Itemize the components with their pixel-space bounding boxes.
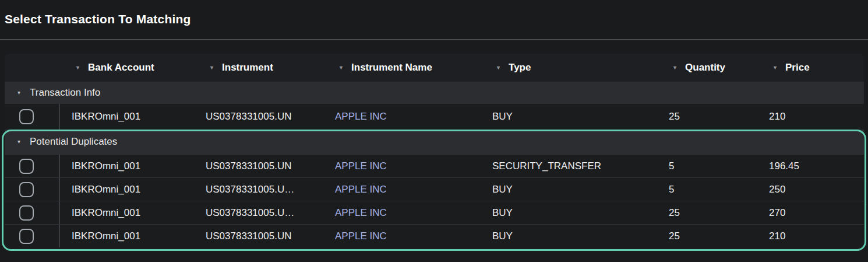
- sort-dropdown-icon[interactable]: ▾: [673, 64, 676, 71]
- sort-dropdown-icon[interactable]: ▾: [497, 64, 500, 71]
- checkbox-cell: [5, 155, 60, 177]
- cell-instrument: US0378331005.UN: [194, 225, 323, 247]
- checkbox-column-header: [5, 54, 60, 82]
- column-header-price[interactable]: ▾ Price: [757, 54, 864, 82]
- row-checkbox[interactable]: [19, 229, 34, 244]
- table-row: IBKROmni_001 US0378331005.U… APPLE INC B…: [5, 201, 864, 224]
- row-checkbox[interactable]: [19, 182, 34, 197]
- cell-instrument-name[interactable]: APPLE INC: [323, 178, 481, 201]
- cell-instrument-name[interactable]: APPLE INC: [323, 201, 481, 224]
- table-header-row: ▾ Bank Account ▾ Instrument ▾ Instrument…: [5, 54, 864, 82]
- cell-type: BUY: [481, 225, 657, 247]
- cell-price: 210: [757, 104, 864, 130]
- column-header-bank-account[interactable]: ▾ Bank Account: [60, 54, 194, 82]
- group-header-transaction-info[interactable]: ▾ Transaction Info: [5, 82, 864, 104]
- cell-quantity: 5: [657, 178, 757, 201]
- cell-price: 270: [757, 201, 864, 224]
- sort-dropdown-icon[interactable]: ▾: [210, 64, 213, 71]
- checkbox-cell: [5, 104, 60, 130]
- cell-bank-account: IBKROmni_001: [60, 104, 194, 130]
- transaction-matching-table: ▾ Bank Account ▾ Instrument ▾ Instrument…: [5, 54, 864, 252]
- cell-bank-account: IBKROmni_001: [60, 155, 194, 177]
- cell-instrument: US0378331005.UN: [194, 155, 323, 177]
- group-header-potential-duplicates[interactable]: ▾ Potential Duplicates: [5, 130, 864, 154]
- column-label: Bank Account: [88, 62, 154, 74]
- cell-instrument: US0378331005.U…: [194, 178, 323, 201]
- cell-price: 196.45: [757, 155, 864, 177]
- collapse-icon[interactable]: ▾: [17, 138, 20, 145]
- cell-type: SECURITY_TRANSFER: [481, 155, 657, 177]
- table-row: IBKROmni_001 US0378331005.UN APPLE INC B…: [5, 104, 864, 130]
- cell-quantity: 25: [657, 201, 757, 224]
- column-header-type[interactable]: ▾ Type: [481, 54, 657, 82]
- table-row: IBKROmni_001 US0378331005.UN APPLE INC B…: [5, 224, 864, 247]
- cell-instrument: US0378331005.UN: [194, 104, 323, 130]
- row-checkbox[interactable]: [19, 205, 34, 221]
- cell-instrument: US0378331005.U…: [194, 201, 323, 224]
- column-label: Quantity: [685, 62, 725, 74]
- cell-price: 210: [757, 225, 864, 247]
- column-header-instrument[interactable]: ▾ Instrument: [194, 54, 323, 82]
- cell-type: BUY: [481, 178, 657, 201]
- column-label: Instrument: [222, 62, 273, 74]
- table-row: IBKROmni_001 US0378331005.UN APPLE INC S…: [5, 154, 864, 177]
- sort-dropdown-icon[interactable]: ▾: [76, 64, 79, 71]
- group-label: Potential Duplicates: [30, 136, 117, 148]
- page-title: Select Transaction To Matching: [5, 12, 863, 26]
- cell-quantity: 25: [657, 104, 757, 130]
- column-label: Instrument Name: [351, 62, 432, 74]
- cell-bank-account: IBKROmni_001: [60, 178, 194, 201]
- checkbox-cell: [5, 178, 60, 201]
- column-label: Type: [509, 62, 531, 74]
- cell-instrument-name[interactable]: APPLE INC: [323, 225, 481, 247]
- cell-quantity: 5: [657, 155, 757, 177]
- row-checkbox[interactable]: [19, 109, 34, 124]
- column-header-instrument-name[interactable]: ▾ Instrument Name: [323, 54, 481, 82]
- cell-bank-account: IBKROmni_001: [60, 225, 194, 247]
- row-checkbox[interactable]: [19, 159, 34, 174]
- checkbox-cell: [5, 201, 60, 224]
- table-row: IBKROmni_001 US0378331005.U… APPLE INC B…: [5, 177, 864, 201]
- collapse-icon[interactable]: ▾: [17, 89, 20, 96]
- checkbox-cell: [5, 225, 60, 247]
- cell-price: 250: [757, 178, 864, 201]
- cell-instrument-name[interactable]: APPLE INC: [323, 104, 481, 130]
- sort-dropdown-icon[interactable]: ▾: [774, 64, 777, 71]
- column-header-quantity[interactable]: ▾ Quantity: [657, 54, 757, 82]
- page-header: Select Transaction To Matching: [0, 0, 868, 40]
- sort-dropdown-icon[interactable]: ▾: [340, 64, 343, 71]
- cell-quantity: 25: [657, 225, 757, 247]
- cell-bank-account: IBKROmni_001: [60, 201, 194, 224]
- column-label: Price: [785, 62, 810, 74]
- cell-type: BUY: [481, 201, 657, 224]
- group-label: Transaction Info: [30, 87, 100, 99]
- cell-type: BUY: [481, 104, 657, 130]
- cell-instrument-name[interactable]: APPLE INC: [323, 155, 481, 177]
